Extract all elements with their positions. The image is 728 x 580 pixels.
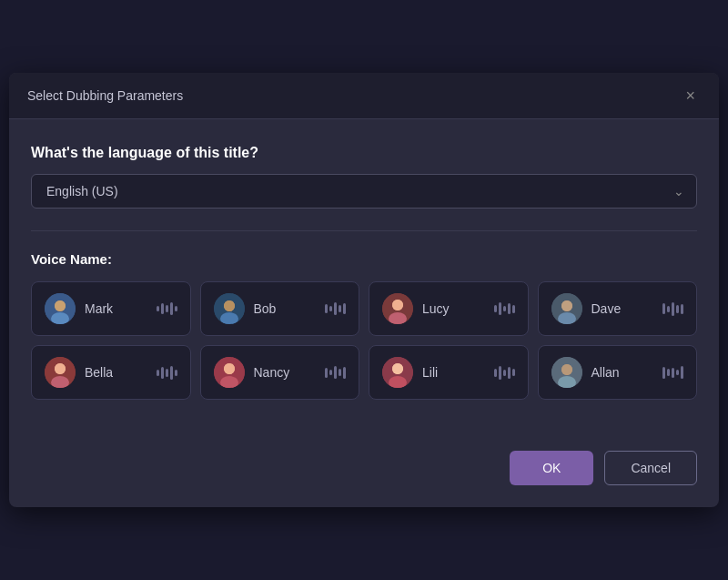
- sound-wave-bob: [325, 300, 346, 317]
- sound-wave-nancy: [325, 364, 346, 381]
- language-select-wrapper: English (US) English (UK) Spanish French…: [31, 174, 697, 209]
- language-question: What's the language of this title?: [31, 145, 697, 161]
- dialog-title: Select Dubbing Parameters: [27, 88, 183, 103]
- voice-card-lili[interactable]: Lili: [369, 345, 529, 400]
- svg-point-3: [55, 300, 66, 311]
- svg-point-27: [392, 363, 403, 374]
- dialog-body: What's the language of this title? Engli…: [9, 119, 719, 451]
- svg-point-11: [392, 300, 403, 310]
- sound-wave-dave: [662, 300, 683, 317]
- voice-card-nancy[interactable]: Nancy: [200, 345, 360, 400]
- sound-wave-mark: [157, 300, 177, 317]
- voice-name-dave: Dave: [592, 301, 654, 316]
- dialog-header: Select Dubbing Parameters ×: [9, 73, 719, 119]
- voice-card-bob[interactable]: Bob: [200, 281, 360, 336]
- avatar-nancy: [214, 357, 245, 388]
- avatar-bob: [214, 293, 245, 324]
- svg-point-23: [224, 363, 235, 374]
- ok-button[interactable]: OK: [510, 451, 593, 485]
- voice-name-mark: Mark: [85, 301, 147, 316]
- svg-point-7: [224, 300, 235, 311]
- voice-name-lucy: Lucy: [422, 301, 485, 316]
- voice-card-bella[interactable]: Bella: [31, 345, 191, 400]
- select-dubbing-dialog: Select Dubbing Parameters × What's the l…: [9, 73, 719, 507]
- dialog-footer: OK Cancel: [9, 451, 719, 507]
- voice-card-dave[interactable]: Dave: [538, 281, 698, 336]
- close-button[interactable]: ×: [680, 86, 701, 106]
- voice-name-bob: Bob: [254, 301, 317, 316]
- voice-name-allan: Allan: [592, 365, 654, 380]
- voice-card-mark[interactable]: Mark: [31, 281, 191, 336]
- voice-card-allan[interactable]: Allan: [538, 345, 698, 400]
- svg-point-15: [561, 300, 572, 311]
- voice-card-lucy[interactable]: Lucy: [369, 281, 529, 336]
- sound-wave-lucy: [494, 300, 515, 317]
- section-divider: [31, 230, 697, 231]
- avatar-dave: [551, 293, 582, 324]
- avatar-mark: [45, 293, 76, 324]
- avatar-lucy: [382, 293, 413, 324]
- voice-name-label: Voice Name:: [31, 251, 697, 267]
- sound-wave-lili: [494, 364, 515, 381]
- sound-wave-allan: [662, 364, 683, 381]
- voice-name-nancy: Nancy: [254, 365, 317, 380]
- voice-grid: Mark: [31, 281, 697, 400]
- cancel-button[interactable]: Cancel: [604, 451, 697, 485]
- language-select[interactable]: English (US) English (UK) Spanish French…: [31, 174, 697, 209]
- sound-wave-bella: [157, 364, 177, 381]
- avatar-bella: [45, 357, 76, 388]
- avatar-allan: [551, 357, 582, 388]
- voice-name-bella: Bella: [85, 365, 147, 380]
- voice-name-lili: Lili: [422, 365, 485, 380]
- avatar-lili: [382, 357, 413, 388]
- svg-point-19: [55, 363, 66, 374]
- svg-point-31: [561, 364, 572, 375]
